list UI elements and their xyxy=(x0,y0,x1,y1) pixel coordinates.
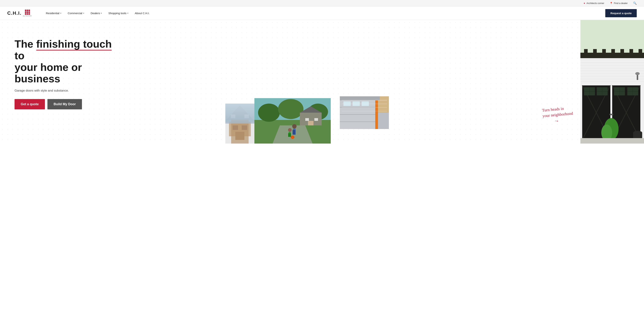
logo-text: C.H.I. xyxy=(7,10,22,16)
svg-rect-40 xyxy=(375,96,378,129)
svg-rect-57 xyxy=(611,49,615,58)
hero-section: The finishing touch to your home or busi… xyxy=(0,20,644,144)
nav-about[interactable]: About C.H.I. xyxy=(132,10,153,16)
svg-rect-8 xyxy=(231,114,235,118)
svg-rect-23 xyxy=(292,130,294,134)
hero-title-part2: to xyxy=(14,50,24,62)
svg-point-80 xyxy=(611,114,613,116)
chevron-down-icon: ▾ xyxy=(101,12,102,14)
architects-label: Architects corner xyxy=(586,2,604,4)
turn-heads-line1: Turn heads in xyxy=(542,106,564,112)
nav-shopping-tools[interactable]: Shopping tools ▾ xyxy=(105,10,132,16)
find-dealer-link[interactable]: 📍 Find a dealer xyxy=(610,2,628,5)
architects-corner-link[interactable]: ✦ Architects corner xyxy=(583,2,604,5)
nav-dealers[interactable]: Dealers ▾ xyxy=(88,10,105,16)
logo[interactable]: C.H.I. by NUCOR xyxy=(7,10,32,17)
svg-rect-87 xyxy=(580,138,644,144)
svg-rect-59 xyxy=(630,49,633,58)
svg-rect-9 xyxy=(244,114,249,118)
turn-heads-arrow: → xyxy=(554,117,574,126)
svg-rect-56 xyxy=(602,49,606,58)
search-button[interactable]: 🔍 xyxy=(633,2,637,5)
top-bar: ✦ Architects corner 📍 Find a dealer 🔍 xyxy=(0,0,644,6)
svg-rect-39 xyxy=(362,102,369,106)
nav-dealers-label: Dealers xyxy=(91,12,100,15)
svg-point-12 xyxy=(258,104,280,122)
nav-about-label: About C.H.I. xyxy=(135,12,150,15)
svg-point-29 xyxy=(291,136,294,139)
logo-grid xyxy=(25,10,30,15)
svg-rect-81 xyxy=(637,74,638,80)
svg-rect-18 xyxy=(314,118,318,121)
svg-rect-41 xyxy=(340,96,380,100)
architects-icon: ✦ xyxy=(583,2,586,5)
find-dealer-label: Find a dealer xyxy=(614,2,628,4)
svg-rect-38 xyxy=(352,102,360,106)
svg-rect-17 xyxy=(305,118,309,121)
get-quote-button[interactable]: Get a quote xyxy=(14,99,45,110)
svg-point-13 xyxy=(278,99,304,119)
request-quote-button[interactable]: Request a quote xyxy=(605,9,637,17)
svg-rect-19 xyxy=(308,121,314,126)
chevron-down-icon: ▾ xyxy=(128,12,128,14)
svg-point-82 xyxy=(635,72,640,75)
nav-commercial[interactable]: Commercial ▾ xyxy=(64,10,88,16)
svg-rect-27 xyxy=(288,133,290,137)
svg-rect-37 xyxy=(344,102,351,106)
hero-title: The finishing touch to your home or busi… xyxy=(14,38,113,84)
dark-garage-image xyxy=(580,20,644,144)
svg-rect-60 xyxy=(638,49,642,58)
house-image-small xyxy=(225,104,254,144)
svg-rect-58 xyxy=(620,49,624,58)
image-collage: Turn heads in your neighborhood → xyxy=(225,20,644,144)
svg-point-79 xyxy=(610,114,611,116)
chevron-down-icon: ▾ xyxy=(83,12,84,14)
svg-rect-4 xyxy=(242,126,247,130)
logo-nucor: by NUCOR xyxy=(23,15,32,17)
svg-rect-6 xyxy=(225,104,254,122)
nav-menu: Residential ▾ Commercial ▾ Dealers ▾ Sho… xyxy=(42,10,605,16)
basketball-image xyxy=(254,98,331,144)
svg-point-25 xyxy=(288,128,292,132)
svg-rect-2 xyxy=(229,122,251,136)
nav-commercial-label: Commercial xyxy=(68,12,82,15)
svg-rect-5 xyxy=(235,132,244,140)
svg-rect-55 xyxy=(593,49,597,58)
nav-residential-label: Residential xyxy=(46,12,59,15)
svg-marker-7 xyxy=(226,106,254,120)
hero-title-part1: The xyxy=(14,38,36,50)
location-icon: 📍 xyxy=(610,2,613,5)
svg-rect-3 xyxy=(232,126,238,130)
svg-rect-28 xyxy=(290,133,291,137)
svg-point-21 xyxy=(292,124,296,128)
hero-content: The finishing touch to your home or busi… xyxy=(0,31,127,117)
build-my-door-button[interactable]: Build My Door xyxy=(48,99,82,110)
hero-title-highlight: finishing touch xyxy=(36,38,112,50)
svg-rect-54 xyxy=(584,49,588,58)
garage-closeup-image xyxy=(340,96,389,129)
navbar: C.H.I. by NUCOR Residential ▾ xyxy=(0,6,644,20)
turn-heads-text: Turn heads in your neighborhood → xyxy=(542,105,574,127)
nav-residential[interactable]: Residential ▾ xyxy=(42,10,64,16)
svg-point-86 xyxy=(633,131,642,134)
hero-subtitle: Garage doors with style and substance. xyxy=(14,89,113,92)
hero-title-line2: your home or business xyxy=(14,61,82,85)
svg-rect-24 xyxy=(294,130,296,134)
hero-buttons: Get a quote Build My Door xyxy=(14,99,113,110)
nav-shopping-tools-label: Shopping tools xyxy=(108,12,126,15)
chevron-down-icon: ▾ xyxy=(60,12,61,14)
